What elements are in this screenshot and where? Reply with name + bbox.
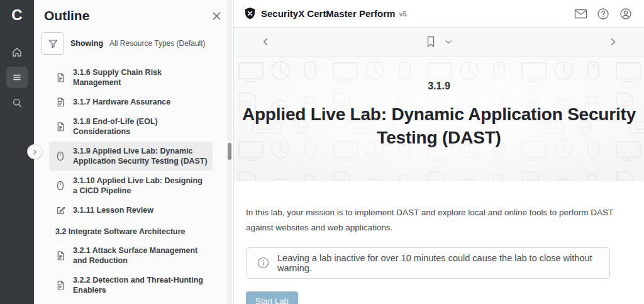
product-version: v5 (399, 10, 406, 18)
previous-page-chevron-icon[interactable] (257, 33, 274, 51)
mouse-icon (57, 181, 64, 191)
document-icon (57, 251, 65, 261)
lesson-description: In this lab, your mission is to implemen… (246, 205, 625, 236)
outline-item-label: 3.2 Integrate Software Architecture (55, 227, 213, 237)
panel-collapse-chevron-icon[interactable] (27, 144, 42, 159)
filter-button[interactable] (42, 32, 64, 55)
lesson-hero-banner: 3.1.9 Applied Live Lab: Dynamic Applicat… (234, 57, 644, 181)
outline-item[interactable]: 3.1.6 Supply Chain Risk Management (49, 63, 213, 92)
outline-panel: Outline Showing All Resource Types (Defa… (34, 0, 234, 304)
document-icon (57, 73, 65, 82)
contents-menu-icon[interactable] (6, 67, 28, 88)
outline-scrollbar[interactable] (227, 0, 232, 304)
app-window: C Outline Showing All Resource T (0, 0, 644, 304)
lesson-number: 3.1.9 (234, 81, 644, 92)
home-icon[interactable] (6, 42, 28, 63)
mail-icon[interactable] (571, 4, 590, 23)
start-lab-button[interactable]: Start Lab (246, 291, 298, 304)
outline-list: 3.1.6 Supply Chain Risk Management3.1.7 … (34, 62, 233, 304)
document-icon (57, 122, 65, 132)
outline-item[interactable]: 3.1.7 Hardware Assurance (49, 93, 213, 111)
close-icon[interactable] (209, 9, 223, 23)
outline-item-label: 3.1.7 Hardware Assurance (73, 97, 208, 107)
outline-item[interactable]: 3.2.2 Detection and Threat-Hunting Enabl… (49, 271, 213, 300)
outline-item[interactable]: 3.2.1 Attack Surface Management and Redu… (49, 241, 213, 270)
bookmark-icon[interactable] (426, 36, 436, 48)
outline-item[interactable]: 3.1.10 Applied Live Lab: Designing a CIC… (49, 171, 213, 200)
outline-item-label: 3.1.11 Lesson Review (73, 205, 208, 215)
filter-value[interactable]: All Resource Types (Default) (109, 39, 206, 48)
inactivity-notice: Leaving a lab inactive for over 10 minut… (246, 247, 610, 279)
notice-text: Leaving a lab inactive for over 10 minut… (277, 253, 599, 273)
help-icon[interactable] (594, 4, 613, 23)
outline-item-label: 3.1.10 Applied Live Lab: Designing a CIC… (73, 176, 208, 196)
filter-showing-label: Showing (70, 39, 103, 48)
document-icon (57, 281, 65, 290)
edit-icon (57, 206, 65, 215)
outline-item-label: 3.1.6 Supply Chain Risk Management (73, 67, 208, 87)
search-icon[interactable] (6, 92, 28, 113)
mouse-icon (57, 152, 64, 161)
lesson-toolbar (234, 28, 644, 57)
outline-item-label: 3.2.1 Attack Surface Management and Redu… (73, 245, 208, 266)
main-area: SecurityX CertMaster Perform v5 (234, 0, 644, 304)
next-page-chevron-icon[interactable] (604, 33, 621, 51)
outline-item-label: 3.1.9 Applied Live Lab: Dynamic Applicat… (73, 146, 208, 166)
shield-brand-icon (244, 7, 256, 20)
document-icon (57, 98, 65, 107)
rail-nav (6, 42, 28, 113)
outline-title: Outline (44, 8, 89, 23)
outline-item-selected[interactable]: 3.1.9 Applied Live Lab: Dynamic Applicat… (49, 142, 213, 171)
hero-content: 3.1.9 Applied Live Lab: Dynamic Applicat… (234, 57, 644, 150)
outline-header: Outline (34, 0, 233, 30)
lesson-content: In this lab, your mission is to implemen… (234, 181, 644, 304)
main-header: SecurityX CertMaster Perform v5 (234, 0, 644, 28)
chevron-down-icon[interactable] (445, 40, 452, 45)
account-icon[interactable] (616, 4, 635, 23)
outline-item[interactable]: 3.1.11 Lesson Review (49, 201, 213, 220)
lesson-title: Applied Live Lab: Dynamic Application Se… (238, 103, 640, 150)
outline-item-label: 3.2.2 Detection and Threat-Hunting Enabl… (73, 275, 208, 295)
product-title: SecurityX CertMaster Perform (261, 8, 395, 19)
outline-item-label: 3.1.8 End-of-Life (EOL) Considerations (73, 116, 208, 137)
filter-row: Showing All Resource Types (Default) (34, 30, 233, 55)
info-icon (257, 257, 269, 269)
outline-section-header[interactable]: 3.2 Integrate Software Architecture (49, 220, 213, 240)
outline-item[interactable]: 3.2.3 Detection and Threat-Hunting Enabl… (49, 300, 213, 304)
comptia-logo: C (11, 5, 22, 23)
outline-item[interactable]: 3.1.8 End-of-Life (EOL) Considerations (49, 112, 213, 141)
scrollbar-thumb[interactable] (228, 143, 231, 160)
